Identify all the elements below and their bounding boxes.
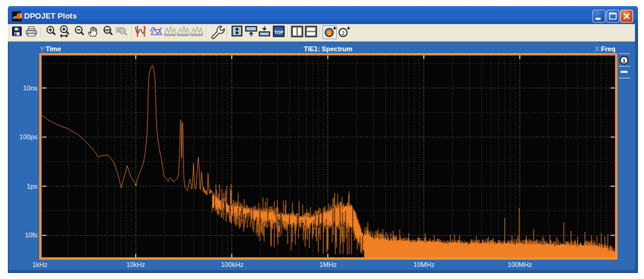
- svg-text:TIE1: Spectrum: TIE1: Spectrum: [304, 45, 353, 52]
- svg-text:100ps: 100ps: [19, 133, 37, 140]
- svg-text:1ps: 1ps: [27, 183, 37, 190]
- svg-text:10MHz: 10MHz: [414, 261, 435, 268]
- svg-text:TOP: TOP: [274, 30, 283, 35]
- svg-text:10fs: 10fs: [25, 231, 37, 239]
- svg-text:1: 1: [622, 57, 626, 64]
- svg-text:10kHz: 10kHz: [126, 261, 145, 268]
- svg-text:100%: 100%: [104, 28, 111, 32]
- svg-text:10ns: 10ns: [23, 84, 37, 92]
- svg-text:1: 1: [327, 30, 330, 36]
- svg-text:100kHz: 100kHz: [221, 261, 243, 268]
- svg-text:X:Freq: X:Freq: [595, 45, 615, 52]
- svg-text:Y:Time: Y:Time: [40, 45, 61, 52]
- svg-text:100MHz: 100MHz: [508, 261, 532, 268]
- svg-text:1kHz: 1kHz: [32, 261, 47, 268]
- svg-text:1MHz: 1MHz: [320, 261, 337, 268]
- svg-text:2: 2: [341, 30, 344, 36]
